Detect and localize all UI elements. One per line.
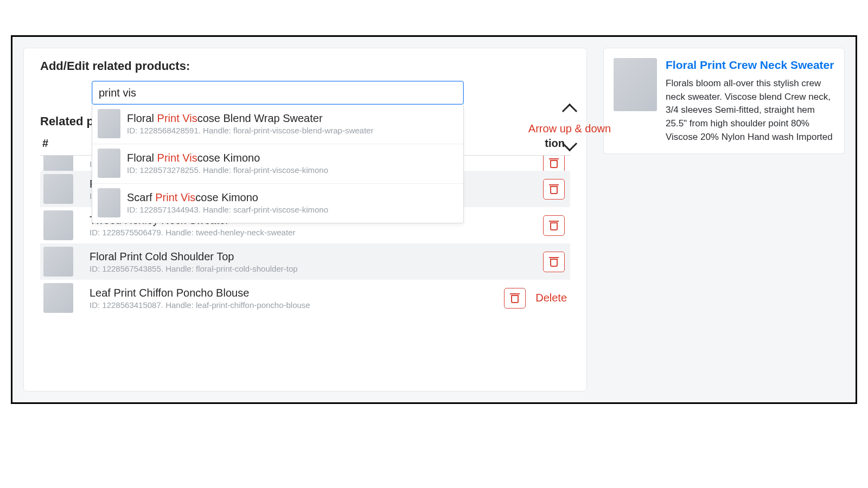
autocomplete-item[interactable]: Floral Print Viscose KimonoID: 122857327… xyxy=(92,144,463,183)
product-thumb xyxy=(43,283,73,313)
suggestion-meta: ID: 1228571344943. Handle: scarf-print-v… xyxy=(127,205,328,214)
product-thumb xyxy=(43,210,73,240)
table-row: Leaf Print Chiffon Poncho Blouse ID: 122… xyxy=(40,280,570,316)
trash-icon xyxy=(550,257,558,267)
trash-icon xyxy=(550,221,558,230)
row-title: Floral Print Cold Shoulder Top xyxy=(90,251,543,263)
app-frame: Add/Edit related products: Floral Print … xyxy=(11,35,857,404)
suggestion-title: Scarf Print Viscose Kimono xyxy=(127,191,328,204)
product-thumb xyxy=(43,174,73,204)
search-input[interactable] xyxy=(92,81,464,105)
product-thumb xyxy=(614,58,657,111)
autocomplete-item[interactable]: Floral Print Viscose Blend Wrap SweaterI… xyxy=(92,105,463,144)
delete-label-callout: Delete xyxy=(535,292,567,304)
trash-icon xyxy=(550,158,558,168)
suggestion-title: Floral Print Viscose Blend Wrap Sweater xyxy=(127,112,373,125)
current-product-card: Floral Print Crew Neck Sweater Florals b… xyxy=(603,48,845,154)
related-products-editor: Add/Edit related products: Floral Print … xyxy=(23,48,587,391)
product-thumb xyxy=(98,188,120,217)
row-title: Leaf Print Chiffon Poncho Blouse xyxy=(90,287,504,299)
product-thumb xyxy=(43,156,73,171)
col-action-header: tion xyxy=(505,137,570,150)
product-thumb xyxy=(98,109,120,138)
delete-button[interactable] xyxy=(543,179,565,200)
row-meta: ID: 1228567543855. Handle: floral-print-… xyxy=(90,264,543,273)
suggestion-meta: ID: 1228573278255. Handle: floral-print-… xyxy=(127,165,328,175)
trash-icon xyxy=(510,293,519,303)
table-row: Floral Print Cold Shoulder Top ID: 12285… xyxy=(40,243,570,280)
delete-button[interactable] xyxy=(543,252,565,272)
autocomplete-item[interactable]: Scarf Print Viscose KimonoID: 1228571344… xyxy=(92,183,463,223)
section-heading: Add/Edit related products: xyxy=(40,59,570,73)
delete-button[interactable] xyxy=(543,156,565,171)
trash-icon xyxy=(550,184,558,194)
row-meta: ID: 1228563415087. Handle: leaf-print-ch… xyxy=(90,300,504,310)
product-thumb xyxy=(98,149,120,178)
product-thumb xyxy=(43,247,73,277)
autocomplete-dropdown: Floral Print Viscose Blend Wrap SweaterI… xyxy=(92,105,464,223)
col-thumb-header: # xyxy=(42,137,91,150)
search-area: Floral Print Viscose Blend Wrap SweaterI… xyxy=(92,81,570,105)
product-description: Florals bloom all-over this stylish crew… xyxy=(666,77,834,144)
suggestion-meta: ID: 1228568428591. Handle: floral-print-… xyxy=(127,126,373,135)
delete-button[interactable] xyxy=(543,215,565,236)
delete-button[interactable] xyxy=(504,288,526,309)
suggestion-title: Floral Print Viscose Kimono xyxy=(127,152,328,164)
row-meta: ID: 1228575506479. Handle: tweed-henley-… xyxy=(90,228,543,237)
product-title-link[interactable]: Floral Print Crew Neck Sweater xyxy=(666,58,834,72)
